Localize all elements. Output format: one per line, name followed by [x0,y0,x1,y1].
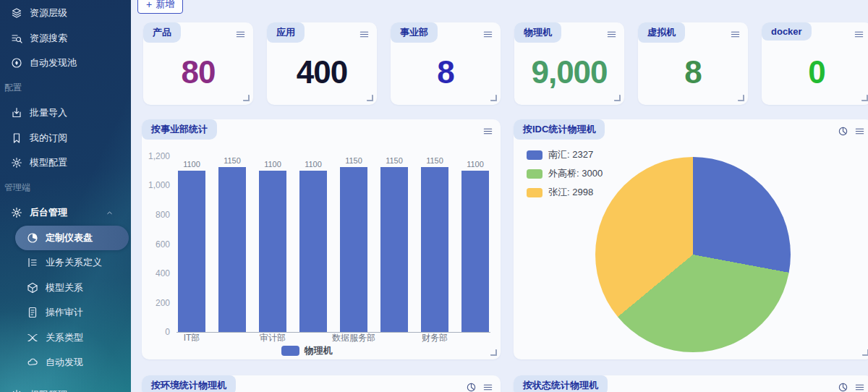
bar-column-1: 1150 [218,156,246,332]
sidebar-item-6[interactable]: 模型配置 [0,150,131,176]
bar [259,171,286,332]
resize-handle[interactable] [862,349,868,356]
pie-legend: 南汇: 2327 外高桥: 3000 张江: 2998 [527,148,603,199]
main-content: + 新增 产品 80 应用 400 事业部 8 物理机 9,000 虚拟机 [131,0,868,392]
burger-icon[interactable] [482,126,493,137]
resize-handle[interactable] [367,95,373,101]
pie-legend-item-2[interactable]: 张江: 2998 [527,186,603,199]
gear-icon [11,389,22,392]
bar-column-4: 1150 [340,156,367,332]
chevron-up-icon[interactable] [106,209,114,217]
bar-chart-legend: 物理机 [142,344,472,357]
bar-value-label: 1100 [305,160,322,169]
sidebar-item-14[interactable]: 自动发现 [0,350,131,375]
stat-card-0: 产品 80 [143,22,253,105]
bar-column-3: 1100 [299,156,327,332]
stat-card-row: 产品 80 应用 400 事业部 8 物理机 9,000 虚拟机 8 [143,22,868,105]
pie-toggle-icon[interactable] [838,126,848,137]
burger-icon[interactable] [730,29,741,40]
burger-icon[interactable] [854,29,864,40]
burger-icon[interactable] [606,29,617,40]
gear-icon [11,207,22,218]
sidebar-item-label: 资源搜索 [30,32,67,45]
resize-handle[interactable] [243,95,250,101]
legend-label[interactable]: 物理机 [305,344,333,357]
legend-swatch [527,150,542,160]
plus-icon: + [146,0,152,9]
stat-card-value: 80 [146,46,250,99]
add-button[interactable]: + 新增 [137,0,183,14]
legend-swatch [527,188,542,197]
stat-card-label: docker [762,22,812,41]
stat-card-4: 虚拟机 8 [638,22,748,105]
stat-card-value: 400 [270,46,374,99]
stat-card-value: 0 [765,46,868,99]
chart-title: 按IDC统计物理机 [514,119,605,140]
burger-icon[interactable] [854,126,865,137]
stat-card-1: 应用 400 [267,22,377,105]
x-axis-label: 审计部 [259,332,286,344]
layers-icon [11,7,22,19]
y-axis-tick: 1,200 [148,151,170,161]
resize-handle[interactable] [614,95,621,101]
sidebar-menu: 资源层级 资源搜索 自动发现池 配置 批量导入 我的订阅 模型配置 管理端 [0,1,131,392]
sidebar-item-label: 模型配置 [30,156,67,169]
sidebar-item-4[interactable]: 批量导入 [0,101,131,126]
sidebar-item-label: 后台管理 [30,206,67,219]
pie-toggle-icon[interactable] [466,382,477,392]
stat-card-5: docker 0 [762,22,868,105]
sidebar-item-12[interactable]: 操作审计 [0,300,131,325]
sidebar-item-10[interactable]: 业务关系定义 [0,250,131,276]
legend-label: 南汇: 2327 [548,148,593,161]
sidebar-item-5[interactable]: 我的订阅 [0,126,131,151]
legend-swatch[interactable] [281,346,299,356]
legend-label: 张江: 2998 [548,186,593,199]
resize-handle[interactable] [490,95,497,101]
stat-card-value: 8 [393,46,498,99]
resize-handle[interactable] [490,349,497,356]
pie-legend-item-1[interactable]: 外高桥: 3000 [527,167,603,180]
x-axis-label [380,332,408,344]
sidebar-item-label: 关系类型 [46,331,83,344]
bar [178,171,205,332]
bar [421,167,448,332]
pie-chart-icon [27,232,38,244]
bar-chart-card: 按事业部统计 1,2001,0008006004002000 1100 1150… [142,119,501,359]
bar-value-label: 1100 [183,160,200,169]
stat-card-label: 事业部 [391,22,438,43]
doc-icon [27,307,38,318]
sidebar-item-label: 资源层级 [30,7,67,20]
bar-value-label: 1150 [426,156,443,165]
bar [218,167,246,332]
x-axis-label: 数据服务部 [340,332,367,344]
sidebar-item-15[interactable]: 权限管理 [0,383,131,392]
sidebar-item-label: 模型关系 [46,281,83,294]
sidebar-item-2[interactable]: 自动发现池 [0,51,131,76]
resize-handle[interactable] [861,95,868,101]
pie-toggle-icon[interactable] [838,382,848,392]
sidebar-item-13[interactable]: 关系类型 [0,325,131,351]
sidebar-item-0[interactable]: 资源层级 [0,1,131,26]
stat-card-label: 产品 [143,22,181,43]
resize-handle[interactable] [738,95,744,101]
burger-icon[interactable] [482,29,493,40]
burger-icon[interactable] [854,382,865,392]
pie-chart [595,157,791,352]
bar-x-axis-labels: IT部审计部数据服务部财务部 [176,332,490,344]
y-axis-tick: 600 [156,239,170,250]
burger-icon[interactable] [235,29,246,40]
bar-value-label: 1150 [386,156,403,165]
sidebar-item-11[interactable]: 模型关系 [0,276,131,301]
pie-legend-item-0[interactable]: 南汇: 2327 [527,148,603,161]
sidebar-item-8[interactable]: 后台管理 [0,200,131,226]
sidebar-item-label: 我的订阅 [30,132,67,145]
y-axis-tick: 400 [156,268,170,278]
burger-icon[interactable] [359,29,370,40]
x-axis-label [461,332,489,344]
bar [461,171,489,332]
burger-icon[interactable] [482,382,493,392]
bar-column-2: 1100 [259,156,286,332]
sidebar-item-1[interactable]: 资源搜索 [0,26,131,51]
sidebar-item-9[interactable]: 定制仪表盘 [15,226,129,251]
sidebar: 资源层级 资源搜索 自动发现池 配置 批量导入 我的订阅 模型配置 管理端 [0,0,131,392]
